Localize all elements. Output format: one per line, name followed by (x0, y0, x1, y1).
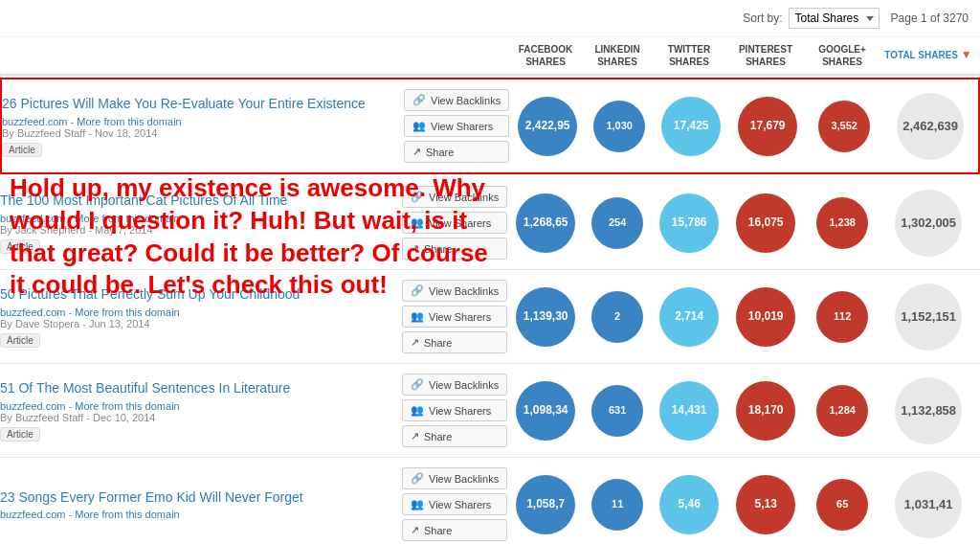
more-from-domain[interactable]: More from this domain (75, 306, 179, 318)
view-backlinks-button[interactable]: 🔗 View Backlinks (402, 280, 507, 302)
linkedin-circle: 254 (591, 197, 643, 249)
share-button[interactable]: ↗ Share (402, 238, 507, 260)
more-from-domain[interactable]: More from this domain (75, 213, 179, 224)
article-title[interactable]: The 100 Most Important Cat Pictures Of A… (0, 193, 287, 208)
article-meta: buzzfeed.com - More from this domain (0, 509, 392, 520)
sort-label: Sort by: (743, 11, 782, 25)
article-meta: buzzfeed.com - More from this domain By … (2, 116, 394, 139)
twitter-stat: 15,786 (651, 193, 727, 253)
linkedin-stat: 1,030 (586, 101, 653, 152)
share-button[interactable]: ↗ Share (402, 425, 507, 447)
column-headers: FACEBOOKSHARES LINKEDINSHARES TWITTERSHA… (0, 37, 980, 76)
total-shares-stat: 1,132,858 (880, 377, 976, 444)
article-actions: 🔗 View Backlinks 👥 View Sharers ↗ Share (402, 186, 507, 260)
pinterest-circle: 10,019 (736, 287, 795, 347)
googleplus-circle: 3,552 (818, 101, 870, 152)
googleplus-stat: 3,552 (806, 101, 882, 152)
article-title[interactable]: 26 Pictures Will Make You Re-Evaluate Yo… (2, 96, 366, 111)
article-meta: buzzfeed.com - More from this domain By … (0, 306, 392, 329)
facebook-circle: 1,098,34 (516, 381, 575, 441)
view-sharers-button[interactable]: 👥 View Sharers (402, 399, 507, 421)
total-shares-stat: 1,152,151 (880, 283, 976, 351)
article-domain[interactable]: buzzfeed.com (2, 116, 67, 127)
backlinks-icon: 🔗 (411, 284, 424, 297)
article-domain[interactable]: buzzfeed.com (0, 213, 65, 224)
header-pinterest: PINTERESTSHARES (727, 43, 804, 68)
linkedin-circle: 11 (591, 479, 643, 531)
facebook-circle: 1,268,65 (516, 193, 575, 253)
pinterest-stat: 5,13 (727, 475, 804, 534)
view-backlinks-button[interactable]: 🔗 View Backlinks (404, 89, 509, 111)
twitter-stat: 14,431 (651, 381, 727, 441)
pinterest-circle: 18,170 (736, 381, 795, 441)
header-total-shares: TOTAL SHARES ▼ (880, 48, 976, 63)
total-shares-circle: 1,302,005 (895, 190, 962, 257)
sharers-icon: 👥 (411, 404, 424, 417)
facebook-circle: 2,422,95 (518, 97, 577, 156)
total-shares-stat: 1,302,005 (880, 190, 976, 257)
article-info: 23 Songs Every Former Emo Kid Will Never… (0, 488, 402, 521)
share-button[interactable]: ↗ Share (404, 141, 509, 163)
pinterest-circle: 17,679 (738, 97, 797, 156)
article-actions: 🔗 View Backlinks 👥 View Sharers ↗ Share (402, 374, 507, 447)
sort-select[interactable]: Total Shares (789, 8, 880, 29)
linkedin-circle: 1,030 (593, 101, 645, 152)
header-facebook: FACEBOOKSHARES (507, 43, 584, 68)
view-backlinks-button[interactable]: 🔗 View Backlinks (402, 467, 507, 489)
facebook-circle: 1,139,30 (516, 287, 575, 347)
linkedin-stat: 631 (584, 385, 651, 437)
backlinks-icon: 🔗 (411, 378, 424, 391)
googleplus-stat: 1,284 (804, 385, 880, 437)
more-from-domain[interactable]: More from this domain (77, 116, 181, 127)
article-row: 26 Pictures Will Make You Re-Evaluate Yo… (0, 78, 980, 174)
article-tag: Article (2, 143, 42, 157)
sharers-icon: 👥 (411, 216, 424, 229)
view-sharers-button[interactable]: 👥 View Sharers (402, 306, 507, 328)
view-sharers-button[interactable]: 👥 View Sharers (402, 212, 507, 234)
pinterest-stat: 18,170 (727, 381, 804, 441)
article-tag: Article (0, 333, 40, 348)
total-shares-stat: 1,031,41 (880, 471, 976, 538)
twitter-stat: 17,425 (653, 97, 729, 156)
view-backlinks-button[interactable]: 🔗 View Backlinks (402, 186, 507, 208)
article-meta: buzzfeed.com - More from this domain By … (0, 400, 392, 423)
googleplus-stat: 65 (804, 479, 880, 531)
article-title[interactable]: 50 Pictures That Perfectly Sum Up Your C… (0, 286, 300, 302)
view-backlinks-button[interactable]: 🔗 View Backlinks (402, 374, 507, 396)
googleplus-circle: 65 (816, 479, 868, 531)
googleplus-stat: 1,238 (804, 197, 880, 249)
article-row: The 100 Most Important Cat Pictures Of A… (0, 176, 980, 270)
linkedin-circle: 631 (591, 385, 643, 437)
page-info: Page 1 of 3270 (891, 11, 969, 25)
share-button[interactable]: ↗ Share (402, 331, 507, 353)
view-sharers-button[interactable]: 👥 View Sharers (402, 493, 507, 515)
backlinks-icon: 🔗 (412, 94, 426, 106)
googleplus-circle: 112 (816, 291, 868, 343)
view-sharers-button[interactable]: 👥 View Sharers (404, 115, 509, 137)
googleplus-circle: 1,238 (816, 197, 868, 249)
facebook-stat: 1,058,7 (507, 475, 584, 534)
linkedin-circle: 2 (591, 291, 643, 343)
share-button[interactable]: ↗ Share (402, 519, 507, 541)
twitter-circle: 17,425 (661, 97, 721, 156)
more-from-domain[interactable]: More from this domain (75, 509, 179, 520)
article-domain[interactable]: buzzfeed.com (0, 509, 65, 520)
total-shares-stat: 2,462,639 (882, 93, 978, 160)
article-actions: 🔗 View Backlinks 👥 View Sharers ↗ Share (404, 89, 509, 163)
more-from-domain[interactable]: More from this domain (75, 400, 179, 412)
total-shares-circle: 2,462,639 (897, 93, 964, 160)
facebook-stat: 2,422,95 (509, 97, 586, 156)
share-icon: ↗ (411, 242, 419, 255)
googleplus-circle: 1,284 (816, 385, 868, 437)
article-title[interactable]: 23 Songs Every Former Emo Kid Will Never… (0, 489, 303, 505)
sharers-icon: 👥 (412, 120, 426, 132)
pinterest-stat: 17,679 (729, 97, 806, 156)
header-linkedin: LINKEDINSHARES (584, 43, 651, 68)
article-row: 50 Pictures That Perfectly Sum Up Your C… (0, 270, 980, 364)
article-domain[interactable]: buzzfeed.com (0, 400, 65, 412)
article-title[interactable]: 51 Of The Most Beautiful Sentences In Li… (0, 380, 290, 396)
article-domain[interactable]: buzzfeed.com (0, 306, 65, 318)
article-tag: Article (0, 239, 40, 254)
facebook-stat: 1,268,65 (507, 193, 584, 253)
linkedin-stat: 2 (584, 291, 651, 343)
